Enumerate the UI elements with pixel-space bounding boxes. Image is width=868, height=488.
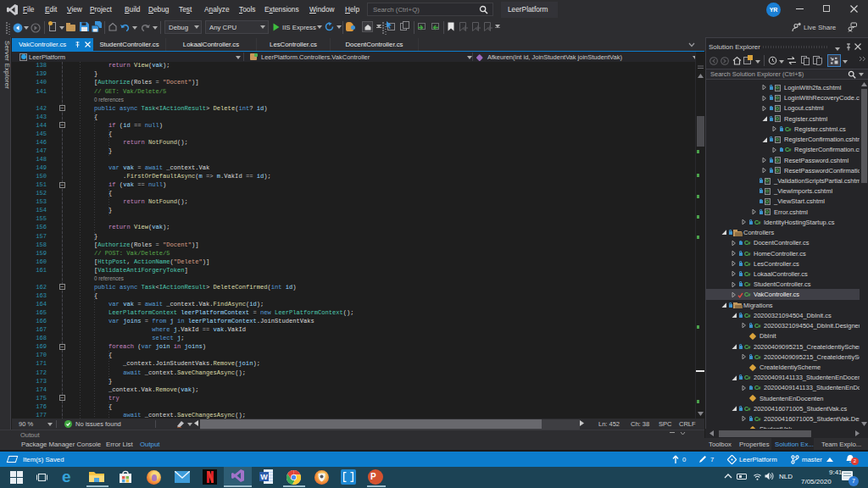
svg-text:W: W [260,473,268,481]
